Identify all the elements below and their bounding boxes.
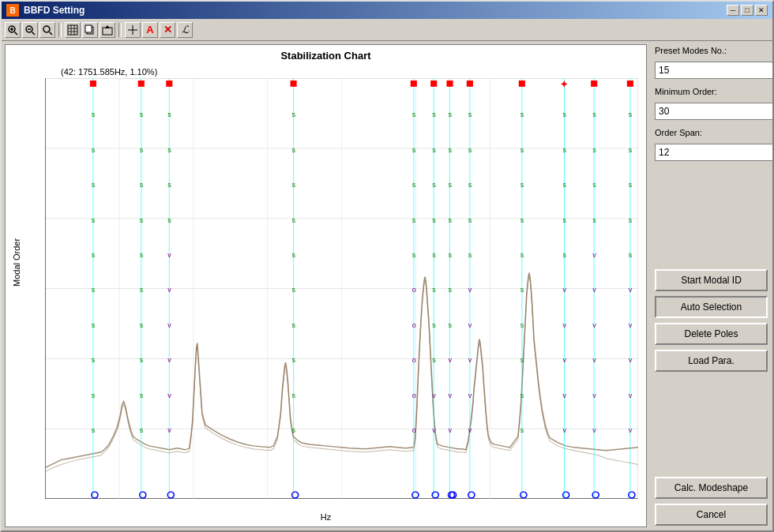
svg-text:o: o — [412, 321, 416, 329]
svg-rect-107 — [411, 81, 417, 87]
zoom-in-button[interactable] — [5, 22, 21, 38]
svg-rect-81 — [166, 81, 172, 87]
svg-text:o: o — [412, 426, 416, 434]
svg-rect-120 — [430, 81, 437, 87]
chart-area: Stabilization Chart (42: 1751.585Hz, 1.1… — [5, 44, 647, 527]
svg-text:s: s — [92, 321, 96, 329]
svg-rect-94 — [291, 81, 297, 87]
preset-modes-input[interactable] — [655, 62, 772, 79]
svg-text:s: s — [468, 216, 472, 224]
cancel-button[interactable]: Cancel — [655, 504, 768, 526]
svg-text:s: s — [292, 111, 296, 118]
svg-text:s: s — [448, 287, 452, 294]
svg-text:s: s — [448, 216, 452, 224]
svg-rect-15 — [85, 25, 92, 32]
red-a-button[interactable]: A — [142, 22, 158, 38]
svg-text:s: s — [432, 287, 436, 294]
load-para-button[interactable]: Load Para. — [655, 350, 768, 372]
svg-text:s: s — [140, 287, 144, 294]
svg-rect-133 — [446, 81, 453, 87]
svg-text:s: s — [520, 251, 524, 259]
minimize-button[interactable]: ─ — [727, 5, 739, 16]
svg-text:s: s — [468, 181, 472, 189]
app-icon: B — [6, 4, 19, 17]
svg-text:s: s — [520, 287, 524, 294]
svg-text:s: s — [468, 251, 472, 259]
min-order-spinner[interactable]: ▲ ▼ — [655, 103, 768, 120]
svg-text:s: s — [167, 181, 171, 189]
copy-button[interactable] — [82, 22, 98, 38]
svg-text:v: v — [167, 356, 171, 364]
svg-text:s: s — [448, 321, 452, 329]
title-bar-left: B BBFD Setting — [6, 4, 85, 17]
script-button[interactable]: ℒ — [177, 22, 193, 38]
svg-text:s: s — [292, 356, 296, 364]
svg-text:v: v — [448, 426, 452, 434]
cursor-button[interactable] — [125, 22, 141, 38]
svg-text:s: s — [412, 216, 416, 224]
main-content: Stabilization Chart (42: 1751.585Hz, 1.1… — [2, 41, 772, 530]
svg-text:s: s — [140, 111, 144, 118]
svg-text:s: s — [140, 146, 144, 154]
svg-text:s: s — [140, 216, 144, 224]
auto-selection-button[interactable]: Auto Selection — [655, 296, 768, 318]
svg-text:s: s — [292, 146, 296, 154]
min-order-label: Minimum Order: — [655, 87, 768, 96]
svg-line-8 — [50, 32, 53, 35]
grid-button[interactable] — [65, 22, 81, 38]
svg-line-1 — [15, 32, 18, 35]
svg-text:v: v — [629, 287, 633, 294]
svg-text:v: v — [592, 356, 596, 364]
svg-text:v: v — [592, 426, 596, 434]
svg-text:s: s — [629, 111, 633, 118]
svg-text:s: s — [563, 111, 567, 118]
start-modal-id-button[interactable]: Start Modal ID — [655, 269, 768, 291]
preset-modes-label: Preset Modes No.: — [655, 46, 768, 55]
svg-text:v: v — [167, 251, 171, 259]
maximize-button[interactable]: □ — [741, 5, 753, 16]
close-button[interactable]: ✕ — [755, 5, 768, 16]
order-span-input[interactable] — [655, 144, 772, 161]
min-order-input[interactable] — [655, 103, 772, 120]
preset-modes-spinner[interactable]: ▲ ▼ — [655, 62, 768, 79]
svg-text:s: s — [140, 321, 144, 329]
svg-text:s: s — [432, 111, 436, 118]
zoom-fit-button[interactable] — [39, 22, 55, 38]
svg-text:s: s — [412, 111, 416, 118]
svg-text:v: v — [629, 321, 633, 329]
svg-text:s: s — [167, 146, 171, 154]
chart-svg: 30 32 34 36 38 40 42 0 250 500 750 1000 … — [45, 78, 638, 499]
svg-text:v: v — [167, 392, 171, 399]
svg-text:v: v — [167, 426, 171, 434]
svg-text:s: s — [92, 146, 96, 154]
title-bar: B BBFD Setting ─ □ ✕ — [2, 2, 772, 19]
svg-text:s: s — [563, 146, 567, 154]
svg-text:v: v — [432, 392, 436, 399]
svg-text:s: s — [292, 287, 296, 294]
delete-button[interactable]: ✕ — [160, 22, 175, 38]
svg-text:s: s — [448, 181, 452, 189]
svg-text:s: s — [140, 392, 144, 399]
svg-text:s: s — [468, 146, 472, 154]
svg-rect-55 — [90, 81, 96, 87]
calc-modeshape-button[interactable]: Calc. Modeshape — [655, 477, 768, 499]
svg-text:o: o — [412, 392, 416, 399]
svg-text:v: v — [629, 426, 633, 434]
window-title: BBFD Setting — [24, 5, 85, 16]
export-button[interactable] — [100, 22, 115, 38]
svg-text:o: o — [412, 287, 416, 294]
svg-text:v: v — [563, 321, 567, 329]
svg-text:s: s — [412, 251, 416, 259]
svg-text:s: s — [412, 181, 416, 189]
svg-text:s: s — [520, 426, 524, 434]
zoom-out-button[interactable] — [22, 22, 38, 38]
order-span-spinner[interactable]: ▲ ▼ — [655, 144, 768, 161]
svg-text:s: s — [592, 181, 596, 189]
svg-text:v: v — [629, 392, 633, 399]
svg-text:s: s — [629, 216, 633, 224]
delete-poles-button[interactable]: Delete Poles — [655, 323, 768, 345]
svg-text:s: s — [520, 321, 524, 329]
svg-text:s: s — [292, 426, 296, 434]
svg-text:✦: ✦ — [560, 79, 568, 90]
svg-text:v: v — [592, 392, 596, 399]
